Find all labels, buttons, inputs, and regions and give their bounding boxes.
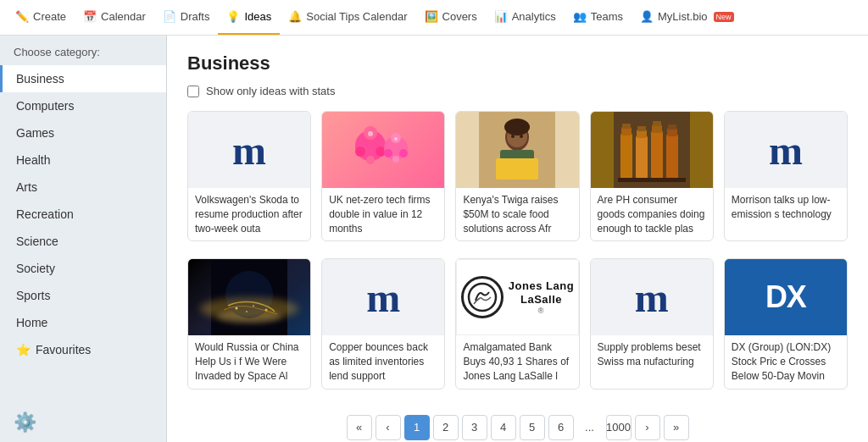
card-text: DX (Group) (LON:DX) Stock Pric e Crosses… [725,335,847,388]
page-5-button[interactable]: 5 [520,415,545,440]
sidebar-item-home[interactable]: Home [0,309,166,336]
card-image-bottles [591,112,713,188]
card-text: Morrison talks up low-emission s technol… [725,188,847,227]
drafts-icon: 📄 [163,10,176,23]
nav-covers[interactable]: 🖼️ Covers [416,0,486,35]
create-icon: ✏️ [15,10,29,23]
nav-drafts[interactable]: 📄 Drafts [154,0,219,35]
nav-create[interactable]: ✏️ Create [7,0,75,35]
card-volkswagen[interactable]: m Volkswagen's Skoda to resume productio… [187,111,311,241]
card-image-placeholder: m [188,112,310,188]
card-morrison[interactable]: m Morrison talks up low-emission s techn… [724,111,848,241]
svg-rect-24 [636,135,648,180]
svg-point-38 [253,305,254,307]
social-tips-icon: 🔔 [288,10,302,23]
ideas-icon: 💡 [226,10,240,23]
sidebar: Choose category: Business Computers Game… [0,36,167,442]
card-text: Are PH consumer goods companies doing en… [591,188,713,240]
sidebar-item-science[interactable]: Science [0,228,166,255]
svg-point-39 [265,309,268,312]
svg-rect-29 [653,121,661,126]
svg-point-19 [520,135,523,138]
svg-point-10 [368,131,373,136]
sidebar-item-games[interactable]: Games [0,119,166,146]
show-stats-checkbox[interactable] [187,86,199,97]
pagination: « ‹ 1 2 3 4 5 6 ... 1000 › » [187,406,848,442]
sidebar-item-arts[interactable]: Arts [0,174,166,201]
card-image-toys [322,112,444,188]
card-text: Would Russia or China Help Us i f We Wer… [188,335,310,388]
card-kenya[interactable]: Kenya's Twiga raises $50M to scale food … [455,111,579,241]
card-copper[interactable]: m Copper bounces back as limited invento… [321,258,445,389]
earth-svg [211,259,287,335]
svg-rect-33 [618,178,686,182]
page-title: Business [187,52,848,75]
show-stats-label: Show only ideas with stats [206,85,335,97]
svg-rect-32 [668,124,676,130]
sidebar-item-recreation[interactable]: Recreation [0,201,166,228]
nav-ideas[interactable]: 💡 Ideas [218,0,280,35]
svg-point-2 [355,146,365,157]
top-nav: ✏️ Create 📅 Calendar 📄 Drafts 💡 Ideas 🔔 … [0,0,868,36]
settings-icon[interactable]: ⚙️ [14,412,36,433]
last-page-button[interactable]: » [664,415,689,440]
card-supply[interactable]: m Supply problems beset Swiss ma nufactu… [590,258,714,389]
card-jones[interactable]: Jones Lang LaSalle ® Amalgamated Bank Bu… [455,258,579,389]
nav-mylistbio[interactable]: 👤 MyList.bio New [632,0,743,35]
svg-rect-26 [637,126,646,131]
nav-social-tips[interactable]: 🔔 Social Tips Calendar [280,0,415,35]
favourites-label: Favourites [36,343,91,356]
card-image-placeholder2: m [725,112,847,188]
svg-rect-15 [496,158,538,180]
ellipsis: ... [577,415,603,440]
nav-teams[interactable]: 👥 Teams [565,0,632,35]
page-1000-button[interactable]: 1000 [606,415,632,440]
card-dx[interactable]: DX DX (Group) (LON:DX) Stock Pric e Cros… [724,258,848,389]
svg-rect-30 [666,134,678,180]
svg-point-36 [225,271,273,318]
card-image-placeholder4: m [591,259,713,335]
card-image-jones: Jones Lang LaSalle ® [456,259,578,335]
nav-analytics[interactable]: 📊 Analytics [486,0,565,35]
svg-point-40 [246,311,248,312]
teams-icon: 👥 [573,10,587,23]
card-image-dx: DX [725,259,847,335]
woman-svg [479,112,555,188]
svg-rect-21 [620,133,632,180]
card-image-woman [456,112,578,188]
card-russia[interactable]: Would Russia or China Help Us i f We Wer… [187,258,311,389]
new-badge: New [714,12,734,22]
page-1-button[interactable]: 1 [404,415,430,440]
card-text: Volkswagen's Skoda to resume production … [188,188,310,240]
sidebar-item-health[interactable]: Health [0,146,166,174]
sidebar-item-sports[interactable]: Sports [0,282,166,309]
star-icon: ⭐ [16,343,31,356]
card-image-placeholder3: m [322,259,444,335]
page-6-button[interactable]: 6 [548,415,574,440]
card-image-earth [188,259,310,335]
svg-rect-23 [622,124,631,129]
analytics-icon: 📊 [494,10,508,23]
page-4-button[interactable]: 4 [491,415,516,440]
next-page-button[interactable]: › [635,415,660,440]
sidebar-item-society[interactable]: Society [0,255,166,282]
content-area: Business Show only ideas with stats m Vo… [167,36,868,442]
nav-calendar[interactable]: 📅 Calendar [75,0,154,35]
card-text: Amalgamated Bank Buys 40,93 1 Shares of … [456,335,578,388]
sidebar-item-favourites[interactable]: ⭐ Favourites [0,336,166,363]
first-page-button[interactable]: « [347,415,372,440]
show-stats-row: Show only ideas with stats [187,85,848,97]
prev-page-button[interactable]: ‹ [376,415,401,440]
card-text: Kenya's Twiga raises $50M to scale food … [456,188,578,240]
toys-svg [349,116,417,184]
svg-rect-27 [651,130,663,180]
card-ph[interactable]: Are PH consumer goods companies doing en… [590,111,714,241]
svg-point-35 [217,310,281,323]
card-uknet[interactable]: UK net-zero tech firms double in value i… [321,111,445,241]
page-2-button[interactable]: 2 [433,415,459,440]
sidebar-item-computers[interactable]: Computers [0,92,166,119]
page-3-button[interactable]: 3 [462,415,487,440]
svg-point-37 [236,307,238,310]
jones-logo-svg [467,282,498,312]
sidebar-item-business[interactable]: Business [0,65,166,92]
